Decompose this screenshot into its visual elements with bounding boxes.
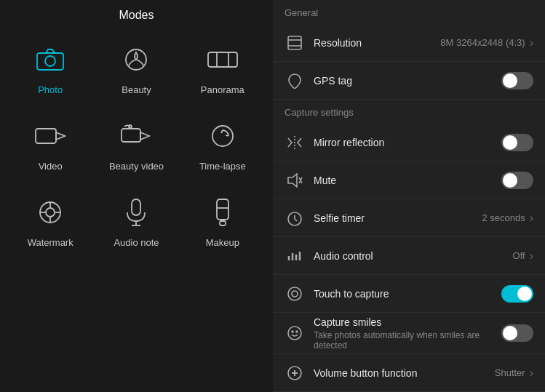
mirror-label: Mirror reflection — [314, 137, 501, 148]
touch-capture-label: Touch to capture — [314, 288, 501, 300]
capture-smiles-label-block: Capture smiles Take photos automatically… — [314, 316, 501, 351]
mode-watermark[interactable]: Watermark — [7, 186, 93, 255]
gps-label: GPS tag — [314, 75, 501, 87]
volume-btn-value: Shutter — [495, 367, 525, 378]
volume-btn-chevron: › — [530, 367, 533, 380]
selfie-timer-value: 2 seconds — [482, 212, 525, 223]
audio-control-label: Audio control — [314, 250, 513, 262]
capture-smiles-sub: Take photos automatically when smiles ar… — [314, 330, 501, 351]
svg-rect-3 — [208, 52, 237, 67]
svg-marker-31 — [288, 174, 297, 187]
capture-smiles-icon — [285, 325, 305, 341]
svg-rect-25 — [220, 221, 226, 225]
touch-capture-row[interactable]: Touch to capture — [273, 275, 545, 313]
svg-rect-20 — [132, 199, 140, 215]
mode-panorama-label: Panorama — [201, 84, 244, 95]
mode-watermark-label: Watermark — [28, 237, 73, 248]
beauty-icon — [117, 41, 155, 79]
svg-point-1 — [45, 56, 55, 66]
svg-marker-7 — [56, 132, 65, 140]
svg-point-39 — [288, 287, 301, 300]
mode-panorama[interactable]: Panorama — [180, 33, 266, 103]
mode-photo[interactable]: Photo — [7, 33, 93, 103]
modes-grid: Photo Beauty Panorama Video — [7, 33, 266, 255]
mirror-toggle[interactable] — [501, 134, 533, 151]
svg-line-13 — [226, 135, 228, 136]
svg-marker-9 — [140, 132, 149, 140]
photo-icon — [31, 41, 69, 79]
selfie-timer-icon — [285, 210, 305, 226]
mode-timelapse[interactable]: Time-lapse — [180, 110, 266, 179]
left-panel: Modes Photo Beauty Panorama — [0, 0, 273, 392]
svg-point-43 — [296, 331, 298, 332]
svg-point-11 — [212, 126, 233, 146]
mode-makeup[interactable]: Makeup — [180, 186, 266, 255]
right-panel: General Resolution 8M 3264x2448 (4:3) › … — [273, 0, 545, 392]
selfie-timer-label: Selfie timer — [314, 212, 482, 224]
audio-note-icon — [117, 193, 155, 231]
mute-icon — [285, 173, 305, 188]
audio-control-value: Off — [513, 250, 525, 261]
capture-smiles-row[interactable]: Capture smiles Take photos automatically… — [273, 313, 545, 354]
svg-rect-6 — [36, 129, 56, 143]
touch-capture-toggle[interactable] — [501, 285, 533, 303]
gps-icon — [285, 73, 305, 89]
mode-beauty[interactable]: Beauty — [93, 33, 179, 103]
svg-point-29 — [293, 78, 297, 82]
panorama-icon — [204, 41, 242, 79]
capture-header: Capture settings — [273, 100, 545, 124]
svg-point-40 — [292, 291, 298, 297]
mode-video-label: Video — [39, 161, 63, 172]
watermark-icon — [31, 193, 69, 231]
svg-rect-26 — [288, 36, 301, 49]
mode-audio-note[interactable]: Audio note — [93, 186, 179, 255]
touch-capture-label-block: Touch to capture — [314, 288, 501, 300]
resolution-row[interactable]: Resolution 8M 3264x2448 (4:3) › — [273, 24, 545, 62]
mode-beauty-label: Beauty — [122, 84, 151, 95]
mode-audio-note-label: Audio note — [114, 237, 159, 248]
mute-toggle[interactable] — [501, 172, 533, 189]
mirror-icon — [285, 135, 305, 150]
mirror-label-block: Mirror reflection — [314, 137, 501, 148]
audio-control-icon — [285, 249, 305, 263]
svg-point-15 — [46, 208, 55, 217]
timelapse-icon — [204, 117, 242, 155]
video-icon — [31, 117, 69, 155]
mode-video[interactable]: Video — [7, 110, 93, 179]
mirror-row[interactable]: Mirror reflection — [273, 124, 545, 161]
modes-title: Modes — [7, 0, 266, 33]
audio-control-chevron: › — [530, 249, 533, 263]
resolution-label-block: Resolution — [314, 37, 440, 49]
beauty-video-icon — [117, 117, 155, 155]
audio-control-label-block: Audio control — [314, 250, 513, 262]
selfie-timer-chevron: › — [530, 212, 533, 225]
touch-capture-icon — [285, 286, 305, 302]
mode-photo-label: Photo — [38, 84, 63, 95]
resolution-icon — [285, 35, 305, 51]
volume-btn-icon — [285, 365, 305, 381]
mode-makeup-label: Makeup — [206, 237, 239, 248]
gps-row[interactable]: GPS tag — [273, 62, 545, 100]
gps-label-block: GPS tag — [314, 75, 501, 87]
selfie-timer-row[interactable]: Selfie timer 2 seconds › — [273, 199, 545, 237]
makeup-icon — [204, 193, 242, 231]
volume-btn-row[interactable]: Volume button function Shutter › — [273, 354, 545, 392]
capture-smiles-toggle[interactable] — [501, 324, 533, 342]
volume-btn-label-block: Volume button function — [314, 367, 495, 379]
resolution-label: Resolution — [314, 37, 440, 49]
resolution-value: 8M 3264x2448 (4:3) — [440, 37, 525, 48]
gps-toggle[interactable] — [501, 72, 533, 89]
capture-smiles-label: Capture smiles — [314, 316, 501, 328]
audio-control-row[interactable]: Audio control Off › — [273, 237, 545, 275]
mute-row[interactable]: Mute — [273, 161, 545, 199]
resolution-chevron: › — [530, 36, 533, 49]
svg-line-12 — [221, 130, 223, 133]
mute-label-block: Mute — [314, 175, 501, 186]
general-header: General — [273, 0, 545, 24]
mode-timelapse-label: Time-lapse — [199, 161, 246, 172]
mode-beauty-video[interactable]: Beauty video — [93, 110, 179, 179]
mode-beauty-video-label: Beauty video — [109, 161, 164, 172]
mute-label: Mute — [314, 175, 501, 186]
selfie-timer-label-block: Selfie timer — [314, 212, 482, 224]
volume-btn-label: Volume button function — [314, 367, 495, 379]
